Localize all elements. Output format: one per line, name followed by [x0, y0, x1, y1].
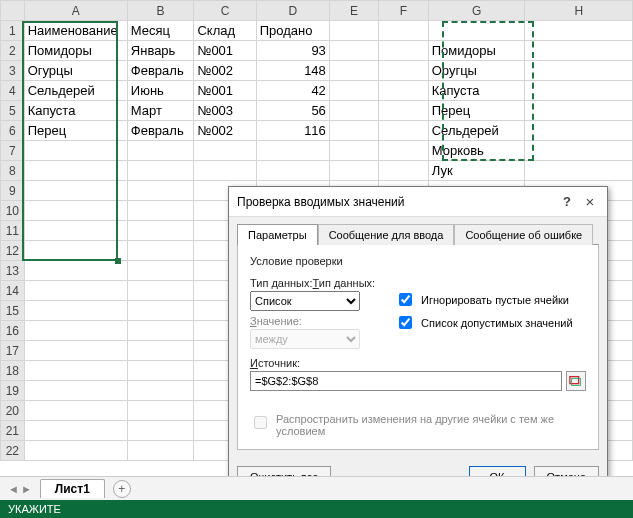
- row-header[interactable]: 19: [1, 381, 25, 401]
- cell[interactable]: Месяц: [127, 21, 194, 41]
- col-header-B[interactable]: B: [127, 1, 194, 21]
- row-header[interactable]: 6: [1, 121, 25, 141]
- cell[interactable]: [24, 381, 127, 401]
- cell[interactable]: [525, 41, 633, 61]
- cell[interactable]: [127, 141, 194, 161]
- row-header[interactable]: 8: [1, 161, 25, 181]
- cell[interactable]: Февраль: [127, 61, 194, 81]
- cell[interactable]: [379, 81, 428, 101]
- cell[interactable]: [379, 21, 428, 41]
- col-header-F[interactable]: F: [379, 1, 428, 21]
- new-sheet-button[interactable]: +: [113, 480, 131, 498]
- cell[interactable]: [329, 161, 378, 181]
- cell[interactable]: [525, 61, 633, 81]
- row-header[interactable]: 5: [1, 101, 25, 121]
- cell[interactable]: [24, 141, 127, 161]
- cell[interactable]: №002: [194, 121, 256, 141]
- tab-input-message[interactable]: Сообщение для ввода: [318, 224, 455, 245]
- cell[interactable]: [379, 41, 428, 61]
- cell[interactable]: [329, 41, 378, 61]
- row-header[interactable]: 10: [1, 201, 25, 221]
- close-icon[interactable]: ×: [581, 193, 599, 210]
- cell[interactable]: Огурцы: [24, 61, 127, 81]
- cell[interactable]: Морковь: [428, 141, 525, 161]
- row-header[interactable]: 17: [1, 341, 25, 361]
- cell[interactable]: [525, 141, 633, 161]
- cell[interactable]: [256, 141, 329, 161]
- cell[interactable]: [525, 161, 633, 181]
- row-header[interactable]: 12: [1, 241, 25, 261]
- sheet-tab[interactable]: Лист1: [40, 479, 105, 498]
- cell[interactable]: Лук: [428, 161, 525, 181]
- cell[interactable]: [194, 141, 256, 161]
- row-header[interactable]: 20: [1, 401, 25, 421]
- row-header[interactable]: 11: [1, 221, 25, 241]
- cell[interactable]: [329, 21, 378, 41]
- col-header-E[interactable]: E: [329, 1, 378, 21]
- cell[interactable]: Капуста: [428, 81, 525, 101]
- ignore-blank-checkbox[interactable]: Игнорировать пустые ячейки: [395, 290, 572, 309]
- col-header-C[interactable]: C: [194, 1, 256, 21]
- row-header[interactable]: 4: [1, 81, 25, 101]
- cell[interactable]: [329, 101, 378, 121]
- cell[interactable]: [24, 181, 127, 201]
- tab-settings[interactable]: Параметры: [237, 224, 318, 245]
- range-picker-button[interactable]: [566, 371, 586, 391]
- row-header[interactable]: 1: [1, 21, 25, 41]
- col-header-G[interactable]: G: [428, 1, 525, 21]
- cell[interactable]: Сельдерей: [428, 121, 525, 141]
- cell[interactable]: [525, 101, 633, 121]
- cell[interactable]: [24, 361, 127, 381]
- cell[interactable]: №003: [194, 101, 256, 121]
- cell[interactable]: [525, 121, 633, 141]
- allow-type-select[interactable]: Список: [250, 291, 360, 311]
- cell[interactable]: [127, 241, 194, 261]
- row-header[interactable]: 7: [1, 141, 25, 161]
- cell[interactable]: Помидоры: [24, 41, 127, 61]
- cell[interactable]: [525, 81, 633, 101]
- row-header[interactable]: 21: [1, 421, 25, 441]
- cell[interactable]: [127, 181, 194, 201]
- tab-error-alert[interactable]: Сообщение об ошибке: [454, 224, 593, 245]
- cell[interactable]: [256, 161, 329, 181]
- cell[interactable]: Продано: [256, 21, 329, 41]
- row-header[interactable]: 18: [1, 361, 25, 381]
- ignore-blank-input[interactable]: [399, 293, 412, 306]
- cell[interactable]: [127, 341, 194, 361]
- cell[interactable]: №001: [194, 41, 256, 61]
- cell[interactable]: [24, 201, 127, 221]
- cell[interactable]: [127, 301, 194, 321]
- cell[interactable]: [329, 141, 378, 161]
- cell[interactable]: Март: [127, 101, 194, 121]
- cell[interactable]: [24, 241, 127, 261]
- row-header[interactable]: 13: [1, 261, 25, 281]
- cell[interactable]: [127, 321, 194, 341]
- cell[interactable]: [24, 441, 127, 461]
- cell[interactable]: [127, 361, 194, 381]
- cell[interactable]: Перец: [24, 121, 127, 141]
- tab-nav-next-icon[interactable]: ►: [21, 483, 32, 495]
- help-icon[interactable]: ?: [559, 194, 575, 209]
- cell[interactable]: [379, 101, 428, 121]
- cell[interactable]: Июнь: [127, 81, 194, 101]
- tab-nav-prev-icon[interactable]: ◄: [8, 483, 19, 495]
- row-header[interactable]: 3: [1, 61, 25, 81]
- in-cell-dropdown-input[interactable]: [399, 316, 412, 329]
- cell[interactable]: 42: [256, 81, 329, 101]
- cell[interactable]: [329, 81, 378, 101]
- dialog-titlebar[interactable]: Проверка вводимых значений ? ×: [229, 187, 607, 217]
- cell[interactable]: [24, 321, 127, 341]
- cell[interactable]: [127, 281, 194, 301]
- cell[interactable]: [127, 441, 194, 461]
- cell[interactable]: [24, 421, 127, 441]
- cell[interactable]: Помидоры: [428, 41, 525, 61]
- cell[interactable]: Оругцы: [428, 61, 525, 81]
- cell[interactable]: [127, 161, 194, 181]
- source-input[interactable]: [250, 371, 562, 391]
- cell[interactable]: 148: [256, 61, 329, 81]
- cell[interactable]: [24, 261, 127, 281]
- cell[interactable]: 56: [256, 101, 329, 121]
- cell[interactable]: [329, 121, 378, 141]
- cell[interactable]: №001: [194, 81, 256, 101]
- col-header-H[interactable]: H: [525, 1, 633, 21]
